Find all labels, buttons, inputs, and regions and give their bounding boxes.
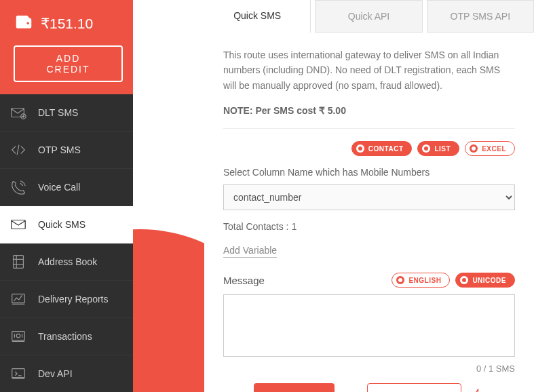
sidebar-item-label: OTP SMS bbox=[38, 144, 81, 155]
total-contacts: Total Contacts : 1 bbox=[223, 221, 515, 232]
pill-list[interactable]: LIST bbox=[417, 141, 459, 156]
sidebar-item-label: DLT SMS bbox=[38, 107, 78, 118]
pill-contact[interactable]: CONTACT bbox=[351, 141, 413, 156]
sidebar-item-transactions[interactable]: Transactions bbox=[0, 318, 133, 355]
wallet-section: ₹151.10 ADD CREDIT bbox=[0, 0, 133, 94]
sidebar-item-delivery-reports[interactable]: Delivery Reports bbox=[0, 281, 133, 318]
svg-point-0 bbox=[27, 22, 30, 25]
schedule-button[interactable]: SCHEDULE bbox=[367, 383, 461, 392]
tabs-row: Quick SMS Quick API OTP SMS API bbox=[204, 0, 534, 33]
pill-excel[interactable]: EXCEL bbox=[465, 141, 515, 156]
svg-rect-8 bbox=[12, 369, 25, 378]
radio-icon bbox=[470, 144, 478, 153]
sidebar-item-label: Dev API bbox=[38, 368, 73, 379]
sidebar-item-dev-api[interactable]: Dev API bbox=[0, 355, 133, 392]
sidebar-nav: DLT SMS OTP SMS Voice Call Quick SMS Add… bbox=[0, 94, 133, 392]
column-label: Select Column Name which has Mobile Numb… bbox=[223, 167, 515, 178]
source-pill-row: CONTACT LIST EXCEL bbox=[223, 141, 515, 156]
sidebar-item-label: Address Book bbox=[38, 256, 97, 267]
phone-signal-icon bbox=[9, 178, 27, 196]
add-credit-button[interactable]: ADD CREDIT bbox=[14, 45, 123, 82]
pill-english[interactable]: ENGLISH bbox=[392, 273, 450, 288]
svg-point-7 bbox=[16, 334, 20, 338]
language-pill-row: ENGLISH UNICODE bbox=[392, 273, 515, 288]
sidebar-item-label: Voice Call bbox=[38, 182, 80, 193]
sidebar-item-otp-sms[interactable]: OTP SMS bbox=[0, 132, 133, 169]
note-line: NOTE: Per SMS cost ₹ 5.00 bbox=[223, 105, 515, 116]
transactions-icon bbox=[9, 328, 27, 345]
svg-rect-3 bbox=[12, 220, 25, 229]
send-button[interactable]: SEND bbox=[254, 383, 335, 392]
flash-icon[interactable] bbox=[471, 386, 484, 392]
add-variable-link[interactable]: Add Variable bbox=[223, 245, 277, 258]
sidebar-item-label: Delivery Reports bbox=[38, 294, 108, 305]
sidebar-item-dlt-sms[interactable]: DLT SMS bbox=[0, 94, 133, 132]
sidebar-item-voice-call[interactable]: Voice Call bbox=[0, 169, 133, 206]
wallet-balance: ₹151.10 bbox=[41, 16, 93, 32]
sidebar-item-quick-sms[interactable]: Quick SMS bbox=[0, 206, 133, 243]
column-select[interactable]: contact_number bbox=[223, 184, 515, 210]
sidebar-item-label: Quick SMS bbox=[38, 219, 85, 230]
divider bbox=[223, 128, 515, 129]
svg-rect-4 bbox=[14, 256, 24, 269]
chart-icon bbox=[9, 290, 27, 308]
pill-unicode[interactable]: UNICODE bbox=[455, 273, 515, 288]
address-book-icon bbox=[9, 253, 27, 271]
message-label: Message bbox=[223, 275, 265, 286]
tab-quick-sms[interactable]: Quick SMS bbox=[204, 0, 311, 33]
message-textarea[interactable] bbox=[223, 294, 515, 357]
radio-icon bbox=[356, 144, 364, 153]
wallet-icon bbox=[14, 12, 34, 35]
content-card: Quick SMS Quick API OTP SMS API This rou… bbox=[204, 0, 534, 392]
radio-icon bbox=[460, 276, 468, 284]
code-icon bbox=[9, 141, 27, 159]
envelope-plus-icon bbox=[9, 104, 27, 121]
envelope-icon bbox=[9, 216, 27, 233]
main-area: Quick SMS Quick API OTP SMS API This rou… bbox=[133, 0, 534, 392]
sidebar-item-label: Transactions bbox=[38, 331, 92, 342]
tab-otp-sms-api[interactable]: OTP SMS API bbox=[427, 0, 534, 33]
svg-rect-6 bbox=[12, 332, 25, 340]
svg-rect-5 bbox=[12, 294, 25, 303]
sidebar-item-address-book[interactable]: Address Book bbox=[0, 243, 133, 281]
svg-rect-1 bbox=[12, 109, 24, 117]
tab-quick-api[interactable]: Quick API bbox=[315, 0, 422, 33]
sidebar: ₹151.10 ADD CREDIT DLT SMS OTP SMS Voice… bbox=[0, 0, 133, 392]
action-row: SEND OR SCHEDULE bbox=[223, 383, 515, 392]
panel-body: This route uses international gateway to… bbox=[204, 33, 534, 392]
terminal-icon bbox=[9, 365, 27, 383]
radio-icon bbox=[422, 144, 430, 153]
radio-icon bbox=[396, 276, 404, 284]
sms-counter: 0 / 1 SMS bbox=[223, 364, 515, 374]
route-description: This route uses international gateway to… bbox=[223, 47, 515, 93]
